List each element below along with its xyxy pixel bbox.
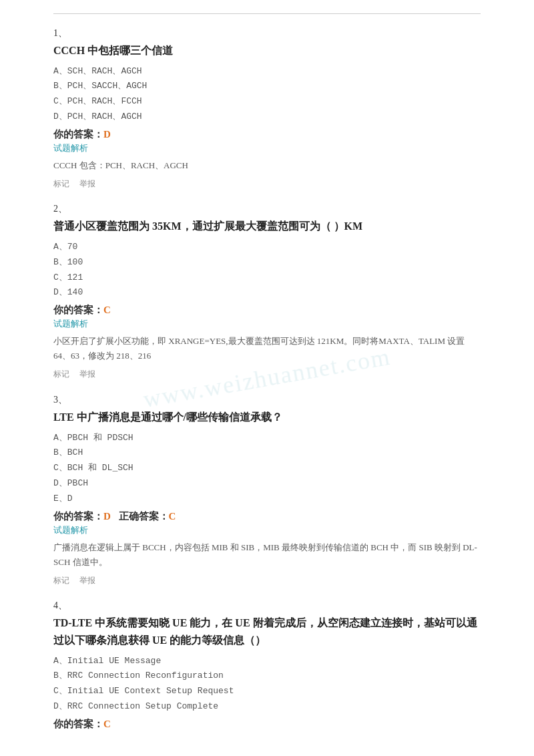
your-answer-val-4: C <box>103 719 111 729</box>
tag-report-2: 标记 举报 <box>53 367 481 382</box>
your-answer-4: 你的答案：C <box>53 718 481 731</box>
question-number-2: 2、 <box>53 203 481 215</box>
your-answer-1: 你的答案：D <box>53 128 481 141</box>
question-block-3: 3、 LTE 中广播消息是通过哪个/哪些传输信道承载？ A、PBCH 和 PDS… <box>53 394 481 588</box>
tag-label-1[interactable]: 标记 <box>53 179 69 188</box>
option-3a: A、PBCH 和 PDSCH <box>53 431 481 445</box>
tag-label-3[interactable]: 标记 <box>53 576 69 585</box>
your-answer-label-3: 你的答案： <box>53 511 103 522</box>
option-3d: D、PBCH <box>53 477 481 491</box>
your-answer-val-3: D <box>103 511 111 522</box>
option-4d: D、RRC Connection Setup Complete <box>53 700 481 714</box>
question-title-4: TD-LTE 中系统需要知晓 UE 能力，在 UE 附着完成后，从空闲态建立连接… <box>53 614 481 648</box>
tag-report-3: 标记 举报 <box>53 574 481 588</box>
question-number-1: 1、 <box>53 27 481 39</box>
tag-label-2[interactable]: 标记 <box>53 369 69 379</box>
your-answer-label-1: 你的答案： <box>53 129 103 140</box>
analysis-text-3: 广播消息在逻辑上属于 BCCH，内容包括 MIB 和 SIB，MIB 最终映射到… <box>53 540 481 570</box>
question-title-2: 普通小区覆盖范围为 35KM，通过扩展最大覆盖范围可为（ ）KM <box>53 218 481 235</box>
question-title-1: CCCH 中包括哪三个信道 <box>53 42 481 59</box>
top-divider <box>53 13 481 14</box>
option-4b: B、RRC Connection Reconfiguration <box>53 669 481 683</box>
analysis-link-3[interactable]: 试题解析 <box>53 524 481 536</box>
option-3c: C、BCH 和 DL_SCH <box>53 461 481 476</box>
your-answer-label-2: 你的答案： <box>53 305 103 315</box>
question-block-4: 4、 TD-LTE 中系统需要知晓 UE 能力，在 UE 附着完成后，从空闲态建… <box>53 600 481 730</box>
analysis-text-1: CCCH 包含：PCH、RACH、AGCH <box>53 158 481 173</box>
option-1c: C、PCH、RACH、FCCH <box>53 95 481 109</box>
option-3e: E、D <box>53 492 481 506</box>
option-2d: D、140 <box>53 286 481 300</box>
option-2b: B、100 <box>53 256 481 270</box>
report-label-2[interactable]: 举报 <box>79 369 95 379</box>
your-answer-2: 你的答案：C <box>53 304 481 317</box>
question-number-4: 4、 <box>53 600 481 612</box>
your-answer-val-1: D <box>103 129 111 140</box>
your-answer-label-4: 你的答案： <box>53 719 103 729</box>
report-label-3[interactable]: 举报 <box>79 576 95 585</box>
your-answer-3: 你的答案：D 正确答案：C <box>53 510 481 523</box>
tag-report-1: 标记 举报 <box>53 177 481 192</box>
option-2c: C、121 <box>53 271 481 285</box>
analysis-link-2[interactable]: 试题解析 <box>53 318 481 330</box>
option-4c: C、Initial UE Context Setup Request <box>53 685 481 699</box>
option-1a: A、SCH、RACH、AGCH <box>53 65 481 79</box>
option-3b: B、BCH <box>53 446 481 460</box>
analysis-text-2: 小区开启了扩展小区功能，即 XRANGE=YES,最大覆盖范围可达到达 121K… <box>53 334 481 363</box>
option-1b: B、PCH、SACCH、AGCH <box>53 79 481 93</box>
correct-label-3: 正确答案： <box>119 511 169 522</box>
question-block-2: 2、 普通小区覆盖范围为 35KM，通过扩展最大覆盖范围可为（ ）KM A、70… <box>53 203 481 382</box>
option-4a: A、Initial UE Message <box>53 654 481 669</box>
analysis-link-1[interactable]: 试题解析 <box>53 142 481 154</box>
your-answer-val-2: C <box>103 305 111 315</box>
report-label-1[interactable]: 举报 <box>79 179 95 188</box>
correct-val-3: C <box>169 511 176 522</box>
option-2a: A、70 <box>53 240 481 254</box>
question-number-3: 3、 <box>53 394 481 406</box>
question-block-1: 1、 CCCH 中包括哪三个信道 A、SCH、RACH、AGCH B、PCH、S… <box>53 27 481 191</box>
question-title-3: LTE 中广播消息是通过哪个/哪些传输信道承载？ <box>53 409 481 426</box>
option-1d: D、PCH、RACH、AGCH <box>53 110 481 124</box>
